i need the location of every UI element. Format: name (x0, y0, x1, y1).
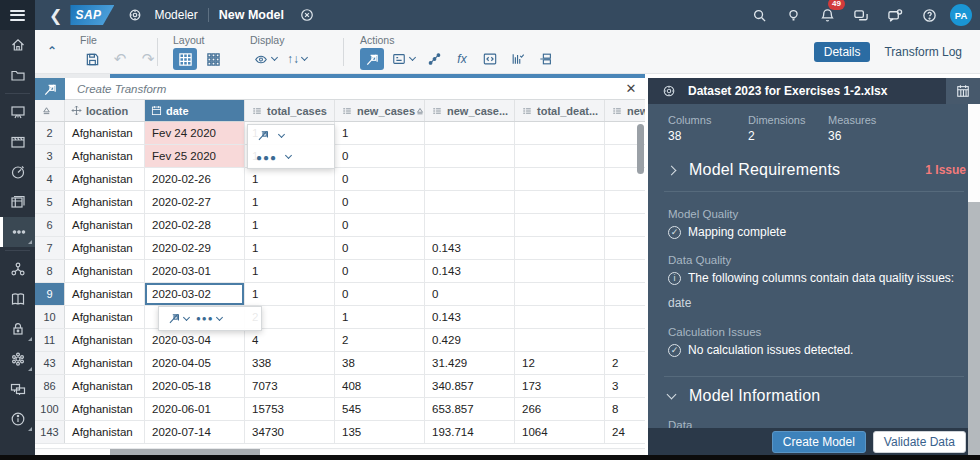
grid-cell-date[interactable]: 2020-02-28 (145, 214, 245, 236)
row-number-cell[interactable]: 5 (35, 191, 65, 213)
grid-cell-total-deaths[interactable] (515, 237, 605, 259)
sidebar-item-files[interactable] (0, 60, 35, 90)
grid-cell-new-cases-smoothed[interactable]: 0.429 (425, 329, 515, 351)
split-column-button[interactable] (534, 48, 558, 70)
grid-cell-total-cases[interactable]: 1 (245, 283, 335, 305)
sidebar-item-system-info[interactable] (0, 404, 35, 434)
grid-cell-new-cases-smoothed[interactable]: 340.857 (425, 375, 515, 397)
grid-cell-location[interactable]: Afghanistan (65, 122, 145, 144)
create-model-button[interactable]: Create Model (772, 431, 866, 453)
grid-cell-total-cases[interactable]: 1 (245, 168, 335, 190)
grid-cell-total-cases[interactable]: 338 (245, 352, 335, 374)
row-number-cell[interactable]: 6 (35, 214, 65, 236)
grid-column-header[interactable]: new_case... (425, 100, 515, 121)
grid-cell-location[interactable]: Afghanistan (65, 214, 145, 236)
grid-cell-new-cases[interactable]: 38 (335, 352, 425, 374)
grid-cell-total-deaths[interactable] (515, 283, 605, 305)
grid-cell-new-cases-smoothed[interactable] (425, 214, 515, 236)
grid-column-header[interactable]: location (65, 100, 145, 121)
grid-column-header[interactable] (35, 100, 65, 121)
grid-cell-location[interactable]: Afghanistan (65, 329, 145, 351)
grid-cell-date[interactable]: 2020-03-04 (145, 329, 245, 351)
insights-lightbulb-icon[interactable] (780, 2, 806, 28)
grid-cell-date[interactable]: 2020-03-02 (145, 283, 245, 305)
sidebar-item-analytic-applications[interactable] (0, 157, 35, 187)
sidebar-item-stories[interactable] (0, 127, 35, 157)
grid-cell-total-cases[interactable]: 1 (245, 191, 335, 213)
formula-button[interactable]: fx (450, 48, 474, 70)
grid-cell-total-deaths[interactable] (515, 122, 605, 144)
grid-cell-total-deaths[interactable] (515, 168, 605, 190)
grid-cell-total-cases[interactable]: 1 (245, 214, 335, 236)
row-number-cell[interactable]: 143 (35, 421, 65, 443)
grid-cell-new-cases[interactable]: 0 (335, 283, 425, 305)
grid-cell-total-deaths[interactable]: 173 (515, 375, 605, 397)
grid-cell-new-cases[interactable]: 0 (335, 214, 425, 236)
row-number-cell[interactable]: 10 (35, 306, 65, 328)
grid-cell-total-deaths[interactable] (515, 329, 605, 351)
transform-action-button[interactable] (167, 312, 189, 325)
grid-cell-date[interactable]: Fev 24 2020 (145, 122, 245, 144)
discussions-icon[interactable] (882, 2, 908, 28)
grid-cell-total-deaths[interactable] (515, 306, 605, 328)
help-icon[interactable] (916, 2, 942, 28)
grid-cell-location[interactable]: Afghanistan (65, 191, 145, 213)
visibility-button[interactable] (250, 48, 280, 70)
sidebar-item-security[interactable] (0, 314, 35, 344)
row-number-cell[interactable]: 7 (35, 237, 65, 259)
grid-cell-location[interactable]: Afghanistan (65, 398, 145, 420)
grid-cell-new-cases-smoothed[interactable] (425, 145, 515, 167)
data-quality-column[interactable]: date (648, 288, 980, 312)
grid-column-header[interactable]: new_cases (335, 100, 425, 121)
data-type-button[interactable] (388, 48, 418, 70)
grid-cell-total-deaths[interactable]: 266 (515, 398, 605, 420)
grid-cell-new-cases-smoothed[interactable]: 0.143 (425, 306, 515, 328)
grid-cell-location[interactable]: Afghanistan (65, 352, 145, 374)
grid-cell-date[interactable]: 2020-06-01 (145, 398, 245, 420)
grid-column-header[interactable]: total_cases (245, 100, 335, 121)
grid-cell-new-cases[interactable]: 545 (335, 398, 425, 420)
grid-cell-new-cases[interactable]: 0 (335, 191, 425, 213)
back-button[interactable]: ❮ (49, 6, 62, 25)
sidebar-item-home[interactable] (0, 30, 35, 60)
more-actions-button[interactable]: ●●● (196, 314, 222, 323)
grid-cell-new-cases[interactable]: 0 (335, 145, 425, 167)
create-transform-input[interactable]: Create Transform (65, 78, 617, 99)
row-number-cell[interactable]: 8 (35, 260, 65, 282)
grid-cell-new-cases[interactable]: 1 (335, 306, 425, 328)
row-number-cell[interactable]: 4 (35, 168, 65, 190)
grid-cell-location[interactable]: Afghanistan (65, 283, 145, 305)
model-requirements-section[interactable]: Model Requirements 1 Issue (648, 155, 980, 187)
transform-log-button[interactable]: Transform Log (884, 45, 962, 59)
create-transform-button[interactable] (360, 48, 384, 70)
more-actions-button[interactable]: ●●● (248, 147, 334, 169)
grid-column-header[interactable]: total_deat... (515, 100, 605, 121)
avatar[interactable]: PA (950, 4, 972, 26)
grid-cell-location[interactable]: Afghanistan (65, 421, 145, 443)
sidebar-item-organization[interactable] (0, 254, 35, 284)
grid-view-button[interactable] (173, 48, 197, 70)
sidebar-item-connections[interactable] (0, 374, 35, 404)
grid-cell-location[interactable]: Afghanistan (65, 168, 145, 190)
model-information-section[interactable]: Model Information (648, 387, 980, 413)
comments-icon[interactable] (848, 2, 874, 28)
row-number-cell[interactable]: 3 (35, 145, 65, 167)
grid-cell-new-cases-smoothed[interactable]: 31.429 (425, 352, 515, 374)
grid-cell-location[interactable]: Afghanistan (65, 375, 145, 397)
row-number-cell[interactable]: 43 (35, 352, 65, 374)
row-number-cell[interactable]: 100 (35, 398, 65, 420)
grid-cell-new-cases-smoothed[interactable] (425, 168, 515, 190)
undo-button[interactable]: ↶ (108, 48, 132, 70)
grid-cell-total-cases[interactable]: 15753 (245, 398, 335, 420)
close-document-icon[interactable] (294, 2, 320, 28)
grid-cell-date[interactable]: 2020-07-14 (145, 421, 245, 443)
grid-cell-total-cases[interactable]: 1 (245, 260, 335, 282)
grid-cell-location[interactable]: Afghanistan (65, 260, 145, 282)
sidebar-item-boardroom[interactable] (0, 97, 35, 127)
grid-cell-new-cases-smoothed[interactable]: 653.857 (425, 398, 515, 420)
sidebar-item-datasets[interactable] (0, 187, 35, 217)
grid-cell-new-cases[interactable]: 1 (335, 122, 425, 144)
grid-cell-new-cases[interactable]: 0 (335, 260, 425, 282)
panel-scrollbar-track[interactable] (968, 202, 980, 455)
grid-cell-date[interactable]: 2020-02-29 (145, 237, 245, 259)
